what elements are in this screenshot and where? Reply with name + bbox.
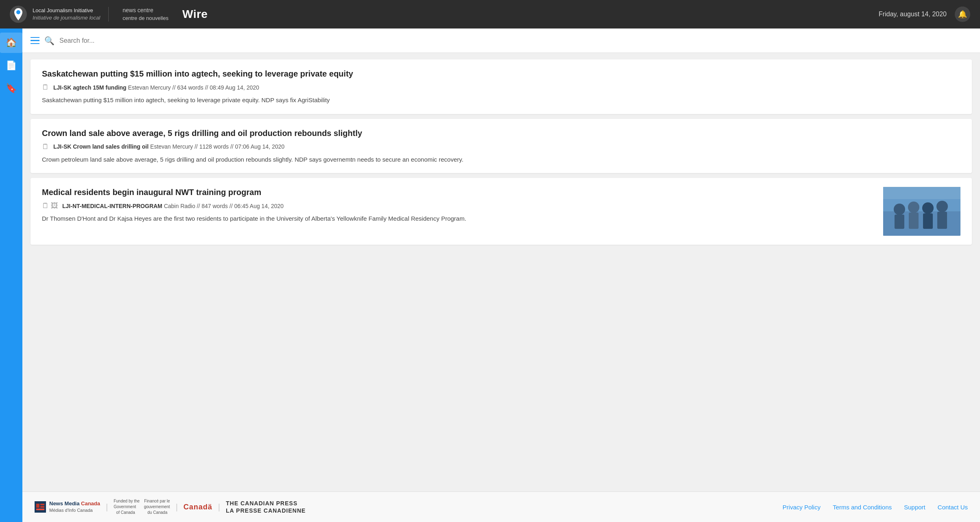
footer-separator-3: | xyxy=(218,502,220,512)
wire-title: Wire xyxy=(182,8,208,21)
search-icon: 🔍 xyxy=(44,36,55,46)
lpc-name: LA PRESSE CANADIENNE xyxy=(226,507,306,514)
article-meta-icons: 🗒 🖼 xyxy=(42,202,58,210)
article-meta-icons: 🗒 xyxy=(42,83,49,92)
cp-name: THE CANADIAN PRESS xyxy=(226,500,306,507)
article-meta-row: 🗒 🖼 LJI-NT-MEDICAL-INTERN-PROGRAM Cabin … xyxy=(42,202,875,210)
search-bar: 🔍 xyxy=(22,29,980,53)
article-source: Cabin Radio // 847 words // 06:45 Aug 14… xyxy=(164,203,284,209)
news-centre-line2: centre de nouvelles xyxy=(122,15,168,22)
article-title: Crown land sale above average, 5 rigs dr… xyxy=(42,128,960,138)
svg-point-4 xyxy=(894,204,905,215)
sidebar-item-home[interactable]: 🏠 xyxy=(0,33,22,53)
article-meta-text: LJI-NT-MEDICAL-INTERN-PROGRAM Cabin Radi… xyxy=(62,203,284,209)
org-line1: Local Journalism Initiative xyxy=(33,7,100,14)
sidebar-item-articles[interactable]: 📄 xyxy=(0,55,22,76)
article-meta-icons: 🗒 xyxy=(42,143,49,151)
article-summary: Saskatchewan putting $15 million into ag… xyxy=(42,96,960,105)
svg-rect-11 xyxy=(937,212,947,229)
sidebar: 🏠 📄 🔖 xyxy=(0,29,22,522)
article-meta-text: LJI-SK Crown land sales drilling oil Est… xyxy=(53,143,284,150)
nmc-bottom-line: Médias d'Info Canada xyxy=(49,507,100,513)
footer-separator-2: | xyxy=(176,502,178,512)
canada-wordmark: Canadä xyxy=(184,503,212,511)
footer-logos: News Media Canada Médias d'Info Canada |… xyxy=(35,498,774,515)
article-card[interactable]: Saskatchewan putting $15 million into ag… xyxy=(31,59,972,114)
article-card[interactable]: Crown land sale above average, 5 rigs dr… xyxy=(31,119,972,173)
canadian-press-logo: THE CANADIAN PRESS LA PRESSE CANADIENNE xyxy=(226,500,306,514)
terms-conditions-link[interactable]: Terms and Conditions xyxy=(833,504,892,511)
footer-links: Privacy Policy Terms and Conditions Supp… xyxy=(783,504,968,511)
svg-point-1 xyxy=(16,10,20,14)
svg-rect-16 xyxy=(40,506,44,508)
funded-by-canada: Funded by the Financé par le Government … xyxy=(114,498,170,515)
logo-pin-icon xyxy=(10,6,27,23)
svg-rect-12 xyxy=(883,187,960,199)
privacy-policy-link[interactable]: Privacy Policy xyxy=(783,504,820,511)
nmc-text: News Media Canada Médias d'Info Canada xyxy=(49,500,100,513)
org-line2: Initiative de journalisme local xyxy=(33,14,100,22)
article-thumbnail xyxy=(883,187,960,236)
nmc-box-icon xyxy=(35,501,46,513)
article-source: Estevan Mercury // 1128 words // 07:06 A… xyxy=(150,143,284,150)
article-title: Saskatchewan putting $15 million into ag… xyxy=(42,68,960,79)
header-org-text: Local Journalism Initiative Initiative d… xyxy=(33,7,109,22)
document-icon: 🗒 xyxy=(42,143,49,151)
svg-rect-17 xyxy=(36,509,44,510)
news-centre-text: news centre centre de nouvelles xyxy=(122,7,168,22)
article-summary: Dr Thomsen D'Hont and Dr Kajsa Heyes are… xyxy=(42,214,875,224)
contact-us-link[interactable]: Contact Us xyxy=(938,504,968,511)
svg-rect-9 xyxy=(923,213,933,229)
svg-rect-7 xyxy=(909,213,919,229)
notification-bell-button[interactable]: 🔔 xyxy=(955,7,970,22)
news-centre-line1: news centre xyxy=(122,7,168,15)
sidebar-item-bookmarks[interactable]: 🔖 xyxy=(0,78,22,99)
svg-rect-14 xyxy=(36,504,39,508)
support-link[interactable]: Support xyxy=(904,504,925,511)
svg-point-6 xyxy=(908,202,919,213)
document-icon: 🗒 xyxy=(42,83,49,92)
article-slug: LJI-SK Crown land sales drilling oil xyxy=(53,143,149,150)
nmc-top-line: News Media Canada xyxy=(49,500,100,507)
hamburger-button[interactable] xyxy=(31,37,39,44)
search-input[interactable] xyxy=(59,37,972,44)
articles-list: Saskatchewan putting $15 million into ag… xyxy=(22,53,980,491)
article-image-svg xyxy=(883,187,960,236)
article-title: Medical residents begin inaugural NWT tr… xyxy=(42,187,875,197)
article-slug: LJI-SK agtech 15M funding xyxy=(53,84,127,91)
article-source: Estevan Mercury // 634 words // 08:49 Au… xyxy=(128,84,259,91)
header-date: Friday, august 14, 2020 xyxy=(879,11,947,18)
article-meta-row: 🗒 LJI-SK agtech 15M funding Estevan Merc… xyxy=(42,83,960,92)
footer-separator: | xyxy=(106,502,108,512)
footer: News Media Canada Médias d'Info Canada |… xyxy=(22,491,980,522)
articles-icon: 📄 xyxy=(6,60,17,71)
home-icon: 🏠 xyxy=(6,37,17,48)
svg-rect-15 xyxy=(40,504,44,505)
image-icon: 🖼 xyxy=(51,202,58,210)
article-slug: LJI-NT-MEDICAL-INTERN-PROGRAM xyxy=(62,203,162,209)
main-body: 🏠 📄 🔖 🔍 Saskatchewan putting $15 million… xyxy=(0,29,980,522)
news-media-canada-logo: News Media Canada Médias d'Info Canada xyxy=(35,500,100,513)
article-meta-text: LJI-SK agtech 15M funding Estevan Mercur… xyxy=(53,84,259,91)
search-and-content: 🔍 Saskatchewan putting $15 million into … xyxy=(22,29,980,522)
svg-point-10 xyxy=(936,201,948,212)
header: Local Journalism Initiative Initiative d… xyxy=(0,0,980,29)
article-content: Medical residents begin inaugural NWT tr… xyxy=(42,187,875,236)
article-summary: Crown petroleum land sale above average,… xyxy=(42,155,960,164)
bookmarks-icon: 🔖 xyxy=(6,83,17,94)
article-card[interactable]: Medical residents begin inaugural NWT tr… xyxy=(31,178,972,245)
svg-point-8 xyxy=(922,202,934,214)
article-meta-row: 🗒 LJI-SK Crown land sales drilling oil E… xyxy=(42,143,960,151)
header-logo: Local Journalism Initiative Initiative d… xyxy=(10,6,208,23)
document-icon: 🗒 xyxy=(42,202,49,210)
svg-rect-5 xyxy=(895,215,904,229)
